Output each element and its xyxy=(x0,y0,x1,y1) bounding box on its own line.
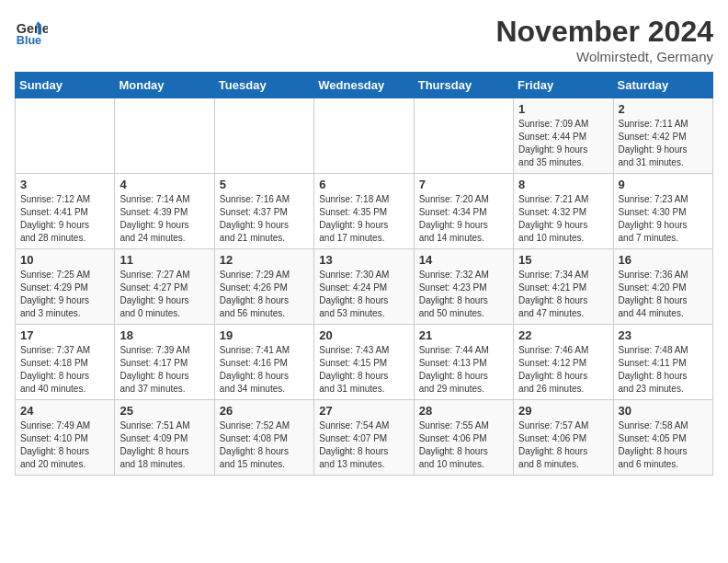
day-info: Sunrise: 7:43 AM Sunset: 4:15 PM Dayligh… xyxy=(319,344,408,396)
day-number: 23 xyxy=(619,328,708,342)
day-number: 17 xyxy=(20,328,109,342)
day-info: Sunrise: 7:18 AM Sunset: 4:35 PM Dayligh… xyxy=(319,193,408,245)
calendar-cell: 24Sunrise: 7:49 AM Sunset: 4:10 PM Dayli… xyxy=(16,400,115,476)
calendar-cell: 8Sunrise: 7:21 AM Sunset: 4:32 PM Daylig… xyxy=(514,174,613,249)
day-number: 13 xyxy=(319,253,408,267)
day-number: 10 xyxy=(20,253,109,267)
day-info: Sunrise: 7:21 AM Sunset: 4:32 PM Dayligh… xyxy=(518,193,608,245)
day-info: Sunrise: 7:41 AM Sunset: 4:16 PM Dayligh… xyxy=(220,344,309,396)
day-number: 7 xyxy=(419,178,508,191)
day-info: Sunrise: 7:30 AM Sunset: 4:24 PM Dayligh… xyxy=(319,269,408,320)
calendar-cell: 22Sunrise: 7:46 AM Sunset: 4:12 PM Dayli… xyxy=(514,325,613,400)
day-number: 4 xyxy=(119,178,209,191)
day-number: 25 xyxy=(119,404,209,418)
day-info: Sunrise: 7:48 AM Sunset: 4:11 PM Dayligh… xyxy=(619,344,708,396)
day-number: 20 xyxy=(319,328,408,342)
calendar-cell: 12Sunrise: 7:29 AM Sunset: 4:26 PM Dayli… xyxy=(214,249,313,325)
calendar-cell: 10Sunrise: 7:25 AM Sunset: 4:29 PM Dayli… xyxy=(16,249,115,325)
calendar-cell xyxy=(414,98,513,174)
svg-text:Blue: Blue xyxy=(17,34,41,47)
day-info: Sunrise: 7:49 AM Sunset: 4:10 PM Dayligh… xyxy=(20,419,109,471)
day-number: 8 xyxy=(518,178,608,191)
day-info: Sunrise: 7:36 AM Sunset: 4:20 PM Dayligh… xyxy=(619,269,708,320)
weekday-header-row: SundayMondayTuesdayWednesdayThursdayFrid… xyxy=(16,73,713,98)
day-info: Sunrise: 7:52 AM Sunset: 4:08 PM Dayligh… xyxy=(220,419,309,471)
day-info: Sunrise: 7:39 AM Sunset: 4:17 PM Dayligh… xyxy=(119,344,209,396)
calendar-table: SundayMondayTuesdayWednesdayThursdayFrid… xyxy=(15,72,713,476)
day-number: 16 xyxy=(619,253,708,267)
day-number: 5 xyxy=(220,178,309,191)
day-info: Sunrise: 7:57 AM Sunset: 4:06 PM Dayligh… xyxy=(518,419,608,471)
calendar-cell: 18Sunrise: 7:39 AM Sunset: 4:17 PM Dayli… xyxy=(115,325,214,400)
calendar-cell: 19Sunrise: 7:41 AM Sunset: 4:16 PM Dayli… xyxy=(214,325,313,400)
calendar-cell: 21Sunrise: 7:44 AM Sunset: 4:13 PM Dayli… xyxy=(414,325,513,400)
calendar-cell: 20Sunrise: 7:43 AM Sunset: 4:15 PM Dayli… xyxy=(314,325,414,400)
day-info: Sunrise: 7:58 AM Sunset: 4:05 PM Dayligh… xyxy=(619,419,708,471)
day-number: 24 xyxy=(20,404,109,418)
day-info: Sunrise: 7:11 AM Sunset: 4:42 PM Dayligh… xyxy=(619,118,708,169)
calendar-cell: 15Sunrise: 7:34 AM Sunset: 4:21 PM Dayli… xyxy=(514,249,613,325)
page-header: General Blue November 2024 Wolmirstedt, … xyxy=(15,15,713,64)
day-number: 26 xyxy=(220,404,309,418)
calendar-cell xyxy=(16,98,115,174)
day-number: 11 xyxy=(119,253,209,267)
day-info: Sunrise: 7:46 AM Sunset: 4:12 PM Dayligh… xyxy=(518,344,608,396)
calendar-cell: 29Sunrise: 7:57 AM Sunset: 4:06 PM Dayli… xyxy=(514,400,613,476)
day-info: Sunrise: 7:54 AM Sunset: 4:07 PM Dayligh… xyxy=(319,419,408,471)
calendar-cell xyxy=(214,98,313,174)
calendar-cell: 4Sunrise: 7:14 AM Sunset: 4:39 PM Daylig… xyxy=(115,174,214,249)
calendar-cell xyxy=(314,98,414,174)
weekday-header-wednesday: Wednesday xyxy=(314,73,414,98)
calendar-cell: 5Sunrise: 7:16 AM Sunset: 4:37 PM Daylig… xyxy=(214,174,313,249)
calendar-cell: 27Sunrise: 7:54 AM Sunset: 4:07 PM Dayli… xyxy=(314,400,414,476)
day-number: 21 xyxy=(419,328,508,342)
logo-icon: General Blue xyxy=(15,15,48,48)
calendar-week-row: 10Sunrise: 7:25 AM Sunset: 4:29 PM Dayli… xyxy=(16,249,713,325)
calendar-cell: 28Sunrise: 7:55 AM Sunset: 4:06 PM Dayli… xyxy=(414,400,513,476)
calendar-cell: 23Sunrise: 7:48 AM Sunset: 4:11 PM Dayli… xyxy=(613,325,712,400)
weekday-header-sunday: Sunday xyxy=(16,73,115,98)
day-number: 9 xyxy=(619,178,708,191)
day-info: Sunrise: 7:55 AM Sunset: 4:06 PM Dayligh… xyxy=(419,419,508,471)
day-info: Sunrise: 7:34 AM Sunset: 4:21 PM Dayligh… xyxy=(518,269,608,320)
day-info: Sunrise: 7:44 AM Sunset: 4:13 PM Dayligh… xyxy=(419,344,508,396)
weekday-header-friday: Friday xyxy=(514,73,613,98)
day-info: Sunrise: 7:20 AM Sunset: 4:34 PM Dayligh… xyxy=(419,193,508,245)
calendar-week-row: 17Sunrise: 7:37 AM Sunset: 4:18 PM Dayli… xyxy=(16,325,713,400)
calendar-cell: 25Sunrise: 7:51 AM Sunset: 4:09 PM Dayli… xyxy=(115,400,214,476)
day-info: Sunrise: 7:23 AM Sunset: 4:30 PM Dayligh… xyxy=(619,193,708,245)
calendar-week-row: 1Sunrise: 7:09 AM Sunset: 4:44 PM Daylig… xyxy=(16,98,713,174)
calendar-cell: 17Sunrise: 7:37 AM Sunset: 4:18 PM Dayli… xyxy=(16,325,115,400)
weekday-header-tuesday: Tuesday xyxy=(214,73,313,98)
day-info: Sunrise: 7:25 AM Sunset: 4:29 PM Dayligh… xyxy=(20,269,109,320)
calendar-cell: 14Sunrise: 7:32 AM Sunset: 4:23 PM Dayli… xyxy=(414,249,513,325)
day-info: Sunrise: 7:09 AM Sunset: 4:44 PM Dayligh… xyxy=(518,118,608,169)
calendar-cell: 9Sunrise: 7:23 AM Sunset: 4:30 PM Daylig… xyxy=(613,174,712,249)
logo: General Blue xyxy=(15,15,51,48)
day-number: 28 xyxy=(419,404,508,418)
day-info: Sunrise: 7:51 AM Sunset: 4:09 PM Dayligh… xyxy=(119,419,209,471)
weekday-header-saturday: Saturday xyxy=(613,73,712,98)
svg-text:General: General xyxy=(17,21,48,36)
calendar-week-row: 3Sunrise: 7:12 AM Sunset: 4:41 PM Daylig… xyxy=(16,174,713,249)
day-number: 1 xyxy=(518,102,608,116)
day-info: Sunrise: 7:37 AM Sunset: 4:18 PM Dayligh… xyxy=(20,344,109,396)
month-title: November 2024 xyxy=(495,15,713,49)
location: Wolmirstedt, Germany xyxy=(495,49,713,64)
calendar-cell: 1Sunrise: 7:09 AM Sunset: 4:44 PM Daylig… xyxy=(514,98,613,174)
calendar-cell: 7Sunrise: 7:20 AM Sunset: 4:34 PM Daylig… xyxy=(414,174,513,249)
day-number: 15 xyxy=(518,253,608,267)
day-number: 18 xyxy=(119,328,209,342)
calendar-cell: 3Sunrise: 7:12 AM Sunset: 4:41 PM Daylig… xyxy=(16,174,115,249)
day-info: Sunrise: 7:14 AM Sunset: 4:39 PM Dayligh… xyxy=(119,193,209,245)
weekday-header-monday: Monday xyxy=(115,73,214,98)
calendar-cell: 26Sunrise: 7:52 AM Sunset: 4:08 PM Dayli… xyxy=(214,400,313,476)
day-info: Sunrise: 7:32 AM Sunset: 4:23 PM Dayligh… xyxy=(419,269,508,320)
calendar-cell: 30Sunrise: 7:58 AM Sunset: 4:05 PM Dayli… xyxy=(613,400,712,476)
day-number: 3 xyxy=(20,178,109,191)
day-number: 27 xyxy=(319,404,408,418)
day-info: Sunrise: 7:27 AM Sunset: 4:27 PM Dayligh… xyxy=(119,269,209,320)
day-number: 30 xyxy=(619,404,708,418)
day-number: 19 xyxy=(220,328,309,342)
calendar-cell: 13Sunrise: 7:30 AM Sunset: 4:24 PM Dayli… xyxy=(314,249,414,325)
